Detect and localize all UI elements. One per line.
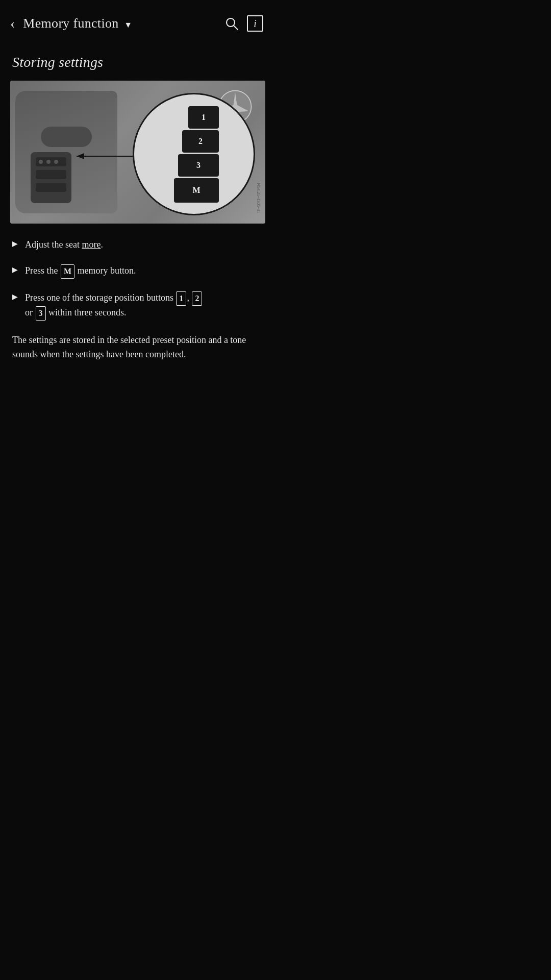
description-paragraph: The settings are stored in the selected … [0, 333, 276, 362]
page-title: Memory function ▼ [23, 16, 132, 31]
section-title: Storing settings [0, 42, 276, 81]
instruction-text-3: Press one of the storage position button… [25, 291, 203, 321]
instruction-3-before: Press one of the storage position button… [25, 292, 176, 303]
back-button[interactable]: ‹ [10, 16, 15, 31]
instruction-item-3: ▶ Press one of the storage position butt… [12, 291, 263, 321]
instruction-text-1: Adjust the seat more. [25, 238, 103, 252]
instructions-list: ▶ Adjust the seat more. ▶ Press the M me… [0, 238, 276, 321]
btn1-inline: 1 [176, 291, 186, 306]
door-handle [41, 127, 92, 147]
svg-rect-3 [36, 170, 66, 179]
btn3-inline: 3 [36, 306, 46, 321]
bullet-2: ▶ [12, 265, 18, 274]
info-button[interactable]: i [247, 15, 263, 32]
memory-button-3: 3 [178, 154, 219, 177]
instruction-item-1: ▶ Adjust the seat more. [12, 238, 263, 252]
bullet-1: ▶ [12, 239, 18, 248]
door-panel [15, 91, 117, 213]
instruction-2-before: Press the [25, 265, 60, 276]
magnifier-circle: 1 2 3 M [133, 93, 255, 215]
btn2-inline: 2 [192, 291, 202, 306]
sep: , [187, 292, 191, 303]
header-left: ‹ Memory function ▼ [10, 16, 132, 31]
car-interior-bg: 1 2 3 M N54.25-4305-31 [10, 81, 265, 224]
instruction-text-2: Press the M memory button. [25, 264, 136, 279]
svg-point-6 [46, 160, 51, 164]
svg-point-7 [54, 160, 58, 164]
instruction-1-before: Adjust the seat [25, 239, 82, 250]
title-text: Memory function [23, 16, 118, 31]
instruction-2-after: memory button. [75, 265, 136, 276]
memory-button-m: M [174, 178, 219, 203]
svg-line-1 [234, 26, 238, 30]
instruction-3-after: within three seconds. [46, 307, 127, 317]
seat-controls [31, 152, 71, 203]
bullet-3: ▶ [12, 292, 18, 301]
m-button-inline: M [61, 264, 74, 279]
watermark-text: N54.25-4305-31 [256, 183, 261, 213]
instruction-item-2: ▶ Press the M memory button. [12, 264, 263, 279]
instruction-1-after: . [101, 239, 103, 250]
search-button[interactable] [224, 16, 239, 31]
memory-buttons: 1 2 3 M [174, 106, 219, 203]
svg-rect-4 [36, 183, 66, 192]
diagram-image: 1 2 3 M N54.25-4305-31 [10, 81, 265, 224]
memory-button-1: 1 [188, 106, 219, 129]
svg-point-5 [39, 160, 43, 164]
or-text: or [25, 307, 33, 317]
header-right: i [224, 15, 263, 32]
dropdown-arrow-icon[interactable]: ▼ [124, 20, 132, 29]
memory-button-2: 2 [182, 130, 219, 153]
header: ‹ Memory function ▼ i [0, 0, 276, 42]
more-link[interactable]: more [82, 239, 101, 250]
info-icon: i [247, 15, 263, 32]
